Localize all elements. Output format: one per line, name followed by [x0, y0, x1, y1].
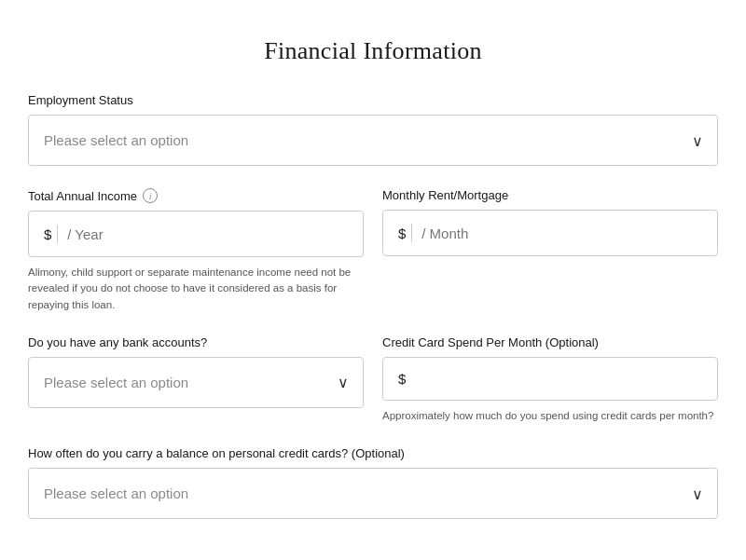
annual-income-disclaimer: Alimony, child support or separate maint… — [28, 265, 364, 313]
income-rent-row: Total Annual Income i $ Alimony, child s… — [28, 188, 718, 313]
carry-balance-label: How often do you carry a balance on pers… — [28, 446, 718, 460]
bank-accounts-label: Do you have any bank accounts? — [28, 335, 364, 349]
employment-status-section: Employment Status Please select an optio… — [28, 93, 718, 166]
annual-income-info-icon[interactable]: i — [143, 188, 158, 203]
bank-credit-row: Do you have any bank accounts? Please se… — [28, 335, 718, 424]
monthly-rent-col: Monthly Rent/Mortgage $ — [382, 188, 718, 313]
bank-accounts-select-wrapper: Please select an option Yes No ∨ — [28, 357, 364, 408]
employment-status-select-wrapper: Please select an option Employed Full-Ti… — [28, 115, 718, 166]
credit-card-spend-currency-symbol: $ — [398, 371, 406, 387]
annual-income-currency-symbol: $ — [44, 226, 51, 242]
credit-card-spend-input[interactable] — [411, 371, 702, 387]
carry-balance-select[interactable]: Please select an option Never Rarely Som… — [28, 468, 718, 519]
annual-income-col: Total Annual Income i $ Alimony, child s… — [28, 188, 364, 313]
credit-card-spend-label: Credit Card Spend Per Month (Optional) — [382, 335, 718, 349]
annual-income-divider — [57, 225, 58, 243]
monthly-rent-currency-symbol: $ — [398, 225, 406, 241]
annual-income-label: Total Annual Income i — [28, 188, 364, 203]
annual-income-input[interactable] — [67, 226, 348, 242]
carry-balance-select-wrapper: Please select an option Never Rarely Som… — [28, 468, 718, 519]
monthly-rent-input-wrapper: $ — [382, 210, 718, 256]
carry-balance-section: How often do you carry a balance on pers… — [28, 446, 718, 519]
page-title: Financial Information — [28, 37, 718, 65]
annual-income-input-wrapper: $ — [28, 211, 364, 257]
page-container: Financial Information Employment Status … — [19, 19, 727, 560]
monthly-rent-label: Monthly Rent/Mortgage — [382, 188, 718, 202]
bank-accounts-select[interactable]: Please select an option Yes No — [28, 357, 364, 408]
monthly-rent-input[interactable] — [421, 225, 702, 241]
credit-card-spend-helper: Approximately how much do you spend usin… — [382, 408, 718, 424]
employment-status-label: Employment Status — [28, 93, 718, 107]
credit-card-spend-input-wrapper: $ — [382, 357, 718, 401]
credit-card-spend-col: Credit Card Spend Per Month (Optional) $… — [382, 335, 718, 424]
monthly-rent-divider — [411, 224, 412, 242]
employment-status-select[interactable]: Please select an option Employed Full-Ti… — [28, 115, 718, 166]
bank-accounts-col: Do you have any bank accounts? Please se… — [28, 335, 364, 424]
